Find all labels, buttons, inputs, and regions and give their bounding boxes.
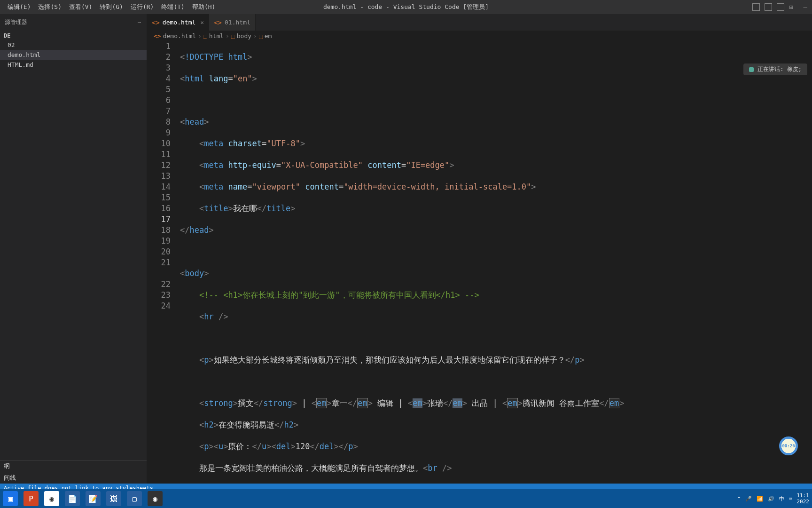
- taskbar-chrome-icon[interactable]: ◉: [44, 491, 59, 506]
- speaking-label: 正在讲话: 橡皮;: [757, 65, 802, 73]
- menu-edit[interactable]: 编辑(E): [4, 1, 34, 13]
- code-editor[interactable]: 1 2 3 4 5 6 7 8 9 10 11 12 13 14 15 16 1…: [147, 41, 812, 484]
- tray-keyboard-icon[interactable]: ⌨: [789, 496, 792, 502]
- titlebar: 编辑(E) 选择(S) 查看(V) 转到(G) 运行(R) 终端(T) 帮助(H…: [0, 0, 812, 14]
- tab-label: demo.html: [163, 19, 195, 26]
- workspace-folder[interactable]: DE: [0, 32, 147, 40]
- layout-secondary-icon[interactable]: [777, 3, 784, 11]
- chevron-right-icon: ›: [198, 32, 202, 40]
- editor-area: <> demo.html × <> 01.html <> demo.html ›…: [147, 14, 812, 484]
- breadcrumb-file[interactable]: demo.html: [163, 32, 196, 40]
- line-numbers: 1 2 3 4 5 6 7 8 9 10 11 12 13 14 15 16 1…: [147, 41, 180, 484]
- timeline-section[interactable]: 间线: [0, 472, 147, 484]
- minimap[interactable]: [798, 42, 812, 484]
- menu-help[interactable]: 帮助(H): [188, 1, 219, 13]
- breadcrumb-body[interactable]: body: [237, 32, 251, 40]
- layout-primary-icon[interactable]: [752, 3, 760, 11]
- tencent-meeting-indicator: 📶 ● 腾讯会议: [388, 0, 424, 0]
- tab-label: 01.html: [225, 19, 250, 26]
- menu-run[interactable]: 运行(R): [127, 1, 157, 13]
- mic-icon: [749, 67, 754, 72]
- symbol-icon: ⬚: [259, 32, 263, 40]
- breadcrumb-html[interactable]: html: [209, 32, 224, 40]
- speaking-indicator: 正在讲话: 橡皮;: [743, 64, 807, 75]
- html-file-icon: <>: [154, 32, 161, 40]
- file-item-htmlmd[interactable]: HTML.md: [0, 60, 147, 70]
- symbol-icon: ⬚: [203, 32, 207, 40]
- breadcrumb-em[interactable]: em: [265, 32, 272, 40]
- tray-chevron-icon[interactable]: ^: [737, 496, 741, 502]
- tray-ime[interactable]: 中: [779, 495, 784, 502]
- html-file-icon: <>: [152, 19, 160, 26]
- explorer-more-icon[interactable]: ⋯: [138, 19, 142, 26]
- tray-volume-icon[interactable]: 🔊: [768, 496, 774, 502]
- taskbar-obs-icon[interactable]: ◉: [148, 491, 163, 506]
- minimize-icon[interactable]: —: [804, 3, 807, 11]
- taskbar-photos-icon[interactable]: 🖼: [106, 491, 121, 506]
- tab-demo-html[interactable]: <> demo.html ×: [147, 14, 209, 31]
- tab-01-html[interactable]: <> 01.html: [209, 14, 256, 31]
- taskbar-powerpoint-icon[interactable]: P: [23, 491, 39, 506]
- titlebar-actions: ⊞ —: [752, 3, 807, 11]
- code-content[interactable]: <!DOCTYPE html> <html lang="en"> <head> …: [180, 41, 812, 484]
- tray-network-icon[interactable]: 📶: [757, 496, 763, 502]
- tray-clock[interactable]: 11:1 2022: [797, 492, 810, 505]
- html-file-icon: <>: [214, 19, 222, 26]
- breadcrumb[interactable]: <> demo.html › ⬚ html › ⬚ body › ⬚ em: [147, 31, 812, 41]
- sidebar-explorer: 源管理器 ⋯ DE 02 demo.html HTML.md 纲 间线: [0, 14, 147, 484]
- file-item-02[interactable]: 02: [0, 40, 147, 50]
- tab-bar: <> demo.html × <> 01.html: [147, 14, 812, 31]
- menu-goto[interactable]: 转到(G): [96, 1, 126, 13]
- explorer-title: 源管理器: [5, 18, 27, 26]
- taskbar-wordpad-icon[interactable]: 📝: [86, 491, 101, 506]
- timer-badge[interactable]: 00:26: [779, 437, 798, 455]
- tray-mic-icon[interactable]: 🎤: [745, 496, 752, 502]
- taskbar-notepad-icon[interactable]: 📄: [65, 491, 80, 506]
- menu-terminal[interactable]: 终端(T): [157, 1, 188, 13]
- chevron-right-icon: ›: [226, 32, 229, 40]
- system-tray[interactable]: ^ 🎤 📶 🔊 中 ⌨ 11:1 2022: [737, 492, 809, 505]
- chevron-right-icon: ›: [253, 32, 257, 40]
- menu-select[interactable]: 选择(S): [34, 1, 65, 13]
- taskbar-app-icon[interactable]: ▢: [127, 491, 142, 506]
- taskbar-meeting-icon[interactable]: ▣: [3, 491, 18, 506]
- layout-panel-icon[interactable]: [765, 3, 772, 11]
- close-icon[interactable]: ×: [200, 19, 204, 26]
- symbol-icon: ⬚: [231, 32, 235, 40]
- main-menu: 编辑(E) 选择(S) 查看(V) 转到(G) 运行(R) 终端(T) 帮助(H…: [0, 1, 219, 13]
- window-title: demo.html - code - Visual Studio Code [管…: [323, 3, 489, 11]
- windows-taskbar: ▣ P ◉ 📄 📝 🖼 ▢ ◉ ^ 🎤 📶 🔊 中 ⌨ 11:1 2022: [0, 489, 812, 508]
- layout-customize-icon[interactable]: ⊞: [789, 3, 793, 11]
- file-item-demo[interactable]: demo.html: [0, 50, 147, 60]
- menu-view[interactable]: 查看(V): [65, 1, 96, 13]
- outline-section[interactable]: 纲: [0, 460, 147, 472]
